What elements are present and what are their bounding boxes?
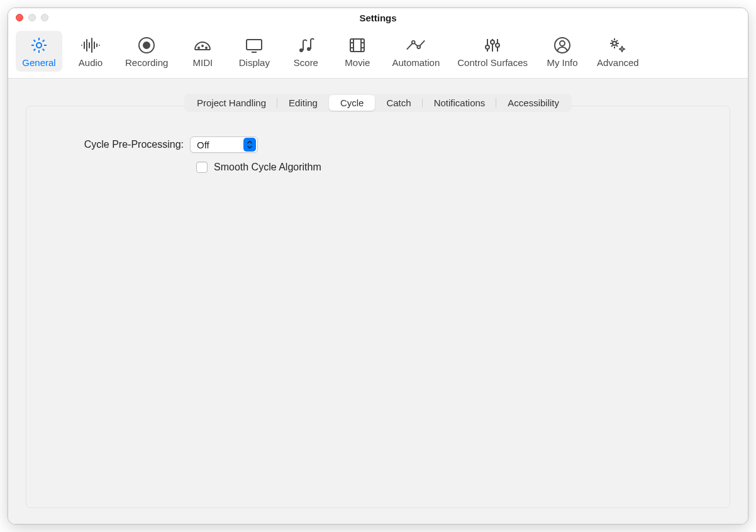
- svg-point-13: [491, 40, 494, 44]
- svg-point-5: [206, 47, 207, 48]
- subtab-label: Project Handling: [197, 97, 266, 108]
- automation-icon: [405, 35, 426, 56]
- general-subtabs: Project Handling Editing Cycle Catch Not…: [184, 94, 572, 112]
- tab-label: Control Surfaces: [457, 57, 528, 68]
- cycle-settings-panel: Cycle Pre-Processing: Off Smooth Cycle A…: [26, 106, 730, 508]
- chevron-up-down-icon: [243, 138, 256, 152]
- tab-control-surfaces[interactable]: Control Surfaces: [451, 31, 534, 72]
- tab-label: Recording: [125, 57, 168, 68]
- svg-point-16: [560, 41, 565, 46]
- settings-window: Settings General Audio: [8, 8, 748, 524]
- tab-label: General: [22, 57, 55, 68]
- film-icon: [347, 35, 368, 56]
- tab-label: Movie: [345, 57, 370, 68]
- traffic-lights: [16, 14, 48, 21]
- tab-label: Score: [294, 57, 318, 68]
- subtab-label: Accessibility: [508, 97, 559, 108]
- smooth-cycle-checkbox[interactable]: [196, 162, 208, 173]
- subtab-label: Editing: [289, 97, 318, 108]
- subtab-catch[interactable]: Catch: [375, 95, 422, 111]
- subtab-project-handling[interactable]: Project Handling: [186, 95, 277, 111]
- tab-my-info[interactable]: My Info: [539, 31, 586, 72]
- zoom-window-button[interactable]: [41, 14, 48, 21]
- svg-point-10: [412, 41, 415, 44]
- tab-label: Display: [239, 57, 270, 68]
- svg-point-0: [36, 43, 42, 48]
- tab-movie[interactable]: Movie: [334, 31, 381, 72]
- subtab-label: Cycle: [340, 97, 364, 108]
- record-icon: [136, 35, 157, 56]
- smooth-cycle-label: Smooth Cycle Algorithm: [214, 162, 321, 173]
- cycle-preprocessing-label: Cycle Pre-Processing:: [45, 139, 190, 150]
- tab-advanced[interactable]: Advanced: [591, 31, 645, 72]
- svg-rect-9: [350, 39, 364, 52]
- tab-label: My Info: [547, 57, 577, 68]
- tab-display[interactable]: Display: [231, 31, 277, 72]
- svg-point-12: [486, 45, 489, 49]
- minimize-window-button[interactable]: [28, 14, 36, 21]
- sliders-icon: [482, 35, 503, 56]
- content-area: Project Handling Editing Cycle Catch Not…: [8, 79, 748, 524]
- smooth-cycle-row: Smooth Cycle Algorithm: [196, 162, 711, 173]
- tab-general[interactable]: General: [16, 31, 62, 72]
- tab-label: Advanced: [597, 57, 639, 68]
- subtab-cycle[interactable]: Cycle: [329, 95, 375, 111]
- subtab-notifications[interactable]: Notifications: [423, 95, 497, 111]
- preferences-toolbar: General Audio Recording: [8, 27, 748, 79]
- tab-score[interactable]: Score: [282, 31, 329, 72]
- subtab-editing[interactable]: Editing: [277, 95, 329, 111]
- svg-point-18: [621, 48, 623, 50]
- music-notes-icon: [295, 35, 316, 56]
- gear-icon: [28, 35, 50, 56]
- subtab-label: Catch: [386, 97, 411, 108]
- cycle-preprocessing-row: Cycle Pre-Processing: Off: [45, 136, 711, 153]
- tab-midi[interactable]: MIDI: [179, 31, 226, 72]
- close-window-button[interactable]: [16, 14, 23, 21]
- svg-point-17: [613, 42, 616, 45]
- svg-rect-6: [247, 40, 262, 50]
- tab-label: Audio: [79, 57, 103, 68]
- cycle-preprocessing-popup[interactable]: Off: [190, 136, 258, 153]
- subtab-accessibility[interactable]: Accessibility: [496, 95, 570, 111]
- tab-label: Automation: [392, 57, 440, 68]
- cycle-preprocessing-value: Off: [197, 140, 238, 150]
- titlebar: Settings: [8, 8, 748, 27]
- person-circle-icon: [552, 35, 573, 56]
- window-title: Settings: [359, 13, 396, 23]
- midi-port-icon: [192, 35, 213, 56]
- tab-automation[interactable]: Automation: [386, 31, 446, 72]
- svg-point-14: [496, 43, 499, 47]
- tab-label: MIDI: [193, 57, 213, 68]
- subtab-label: Notifications: [434, 97, 486, 108]
- svg-point-2: [143, 42, 150, 48]
- svg-point-11: [418, 45, 421, 48]
- svg-point-3: [198, 47, 199, 48]
- tab-recording[interactable]: Recording: [119, 31, 174, 72]
- tab-audio[interactable]: Audio: [67, 31, 114, 72]
- gears-icon: [607, 35, 628, 56]
- display-icon: [243, 35, 265, 56]
- svg-point-4: [202, 45, 203, 47]
- waveform-icon: [80, 35, 101, 56]
